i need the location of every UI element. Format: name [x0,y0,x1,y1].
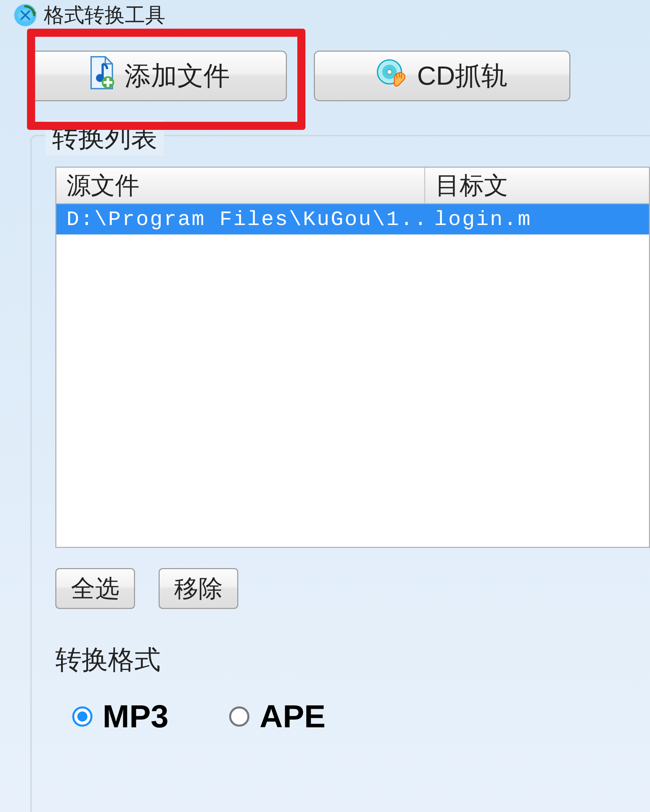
svg-rect-5 [104,81,112,84]
format-radio-row: MP3 APE [55,698,650,735]
format-radio-mp3[interactable]: MP3 [72,698,168,735]
toolbar: 添加文件 CD抓轨 [31,50,650,110]
music-file-add-icon [87,55,116,97]
titlebar: 格式转换工具 [0,0,650,31]
radio-icon [229,707,249,727]
conversion-list-title: 转换列表 [45,120,164,156]
file-list-header: 源文件 目标文 [57,168,649,204]
file-list-row[interactable]: D:\Program Files\KuGou\1.. login.m [57,204,649,235]
cd-grab-icon [377,56,409,95]
format-label: MP3 [102,698,168,735]
output-format-title: 转换格式 [55,642,650,678]
cd-rip-button[interactable]: CD抓轨 [314,50,570,101]
file-list[interactable]: 源文件 目标文 D:\Program Files\KuGou\1.. login… [55,166,650,548]
format-label: APE [260,698,325,735]
target-path-cell: login.m [424,208,649,231]
select-all-button[interactable]: 全选 [55,568,135,609]
remove-button[interactable]: 移除 [159,568,238,609]
file-list-body: D:\Program Files\KuGou\1.. login.m [57,204,649,547]
output-format-group: 转换格式 MP3 APE [55,642,650,735]
remove-label: 移除 [174,572,223,605]
column-target-file[interactable]: 目标文 [425,168,649,203]
window-title: 格式转换工具 [44,2,165,29]
add-file-button[interactable]: 添加文件 [31,50,287,101]
source-path-cell: D:\Program Files\KuGou\1.. [57,208,424,231]
format-converter-window: 格式转换工具 添加文件 [0,0,650,812]
list-action-buttons: 全选 移除 [55,568,238,609]
select-all-label: 全选 [71,572,119,605]
svg-point-8 [387,70,392,74]
column-source-file[interactable]: 源文件 [57,168,425,203]
format-radio-ape[interactable]: APE [229,698,325,735]
add-file-label: 添加文件 [124,58,230,94]
conversion-list-group: 转换列表 源文件 目标文 D:\Program Files\KuGou\1.. … [31,135,650,812]
cd-rip-label: CD抓轨 [417,58,508,94]
radio-icon [72,707,92,727]
app-icon [14,3,37,27]
